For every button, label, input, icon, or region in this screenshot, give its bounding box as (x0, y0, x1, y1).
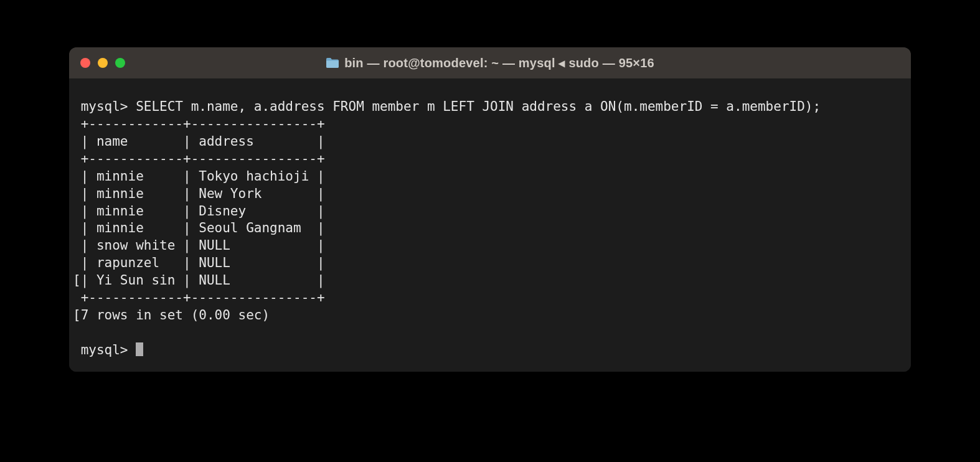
terminal-output: mysql> SELECT m.name, a.address FROM mem… (73, 99, 821, 357)
folder-icon (326, 57, 339, 68)
terminal-body[interactable]: mysql> SELECT m.name, a.address FROM mem… (69, 78, 911, 372)
cursor-icon (136, 342, 143, 356)
titlebar[interactable]: bin — root@tomodevel: ~ — mysql ◂ sudo —… (69, 47, 911, 78)
close-icon[interactable] (80, 58, 90, 68)
title-wrap: bin — root@tomodevel: ~ — mysql ◂ sudo —… (69, 55, 911, 70)
minimize-icon[interactable] (98, 58, 108, 68)
fullscreen-icon[interactable] (115, 58, 125, 68)
terminal-window: bin — root@tomodevel: ~ — mysql ◂ sudo —… (69, 47, 911, 372)
window-title: bin — root@tomodevel: ~ — mysql ◂ sudo —… (344, 55, 654, 70)
traffic-lights (80, 58, 125, 68)
